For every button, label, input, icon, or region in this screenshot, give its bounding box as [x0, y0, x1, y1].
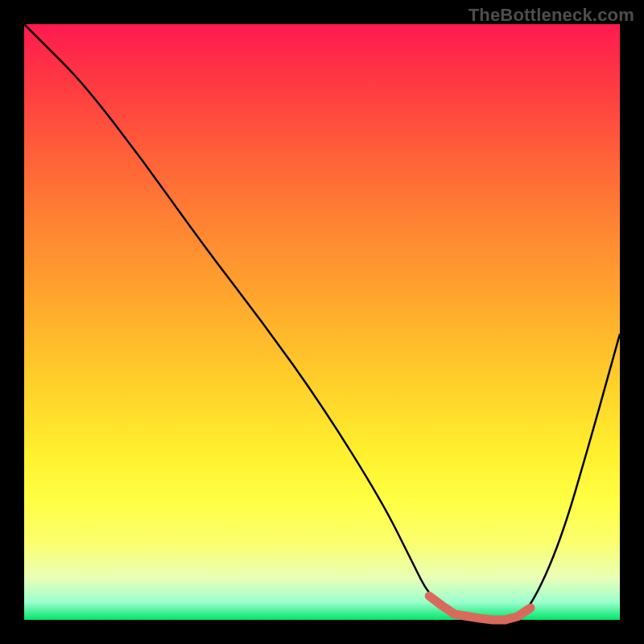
chart-container: TheBottleneck.com	[0, 0, 644, 644]
bottleneck-curve	[24, 24, 620, 620]
bottleneck-curve-svg	[24, 24, 620, 620]
watermark-text: TheBottleneck.com	[469, 5, 634, 26]
plot-area	[24, 24, 620, 620]
optimal-range-highlight	[429, 596, 530, 620]
